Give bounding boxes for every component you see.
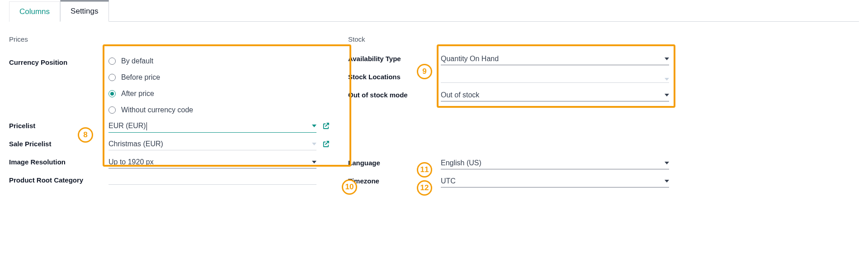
external-link-icon[interactable] — [322, 122, 330, 130]
right-column: 9 11 12 Stock Availability Type Quantity… — [348, 35, 669, 192]
chevron-down-icon — [665, 162, 669, 164]
section-stock: Stock — [348, 35, 669, 43]
pricelist-select[interactable]: EUR (EUR) — [108, 119, 316, 133]
tabs: Columns Settings — [9, 0, 859, 22]
timezone-value: UTC — [441, 177, 661, 185]
chevron-down-icon — [312, 161, 316, 163]
annotation-11: 11 — [417, 162, 432, 178]
chevron-down-icon — [312, 143, 316, 145]
radio-by-default[interactable]: By default — [108, 53, 330, 69]
language-value: English (US) — [441, 159, 661, 167]
chevron-down-icon — [312, 125, 316, 127]
out-of-stock-select[interactable]: Out of stock — [441, 88, 669, 101]
annotation-9: 9 — [417, 64, 432, 79]
label-currency-position: Currency Position — [9, 55, 102, 66]
section-prices: Prices — [9, 35, 330, 43]
language-select[interactable]: English (US) — [441, 156, 669, 169]
out-of-stock-value: Out of stock — [441, 91, 661, 99]
radio-icon — [108, 106, 116, 114]
chevron-down-icon — [665, 94, 669, 96]
spacer — [348, 106, 669, 155]
label-image-resolution: Image Resolution — [9, 154, 102, 166]
image-resolution-value: Up to 1920 px — [108, 158, 308, 166]
chevron-down-icon — [665, 58, 669, 60]
stock-locations-select[interactable] — [441, 75, 669, 83]
chevron-down-icon — [665, 78, 669, 81]
label-availability-type: Availability Type — [348, 51, 441, 62]
availability-type-select[interactable]: Quantity On Hand — [441, 52, 669, 65]
tab-columns[interactable]: Columns — [9, 1, 60, 22]
tab-settings[interactable]: Settings — [60, 0, 108, 22]
external-link-icon[interactable] — [322, 140, 330, 148]
label-out-of-stock: Out of stock mode — [348, 87, 441, 99]
radio-icon — [108, 58, 116, 65]
radio-before-price[interactable]: Before price — [108, 69, 330, 86]
radio-label: Before price — [121, 73, 160, 82]
radio-label: By default — [121, 57, 153, 65]
currency-position-group: By default Before price After price With… — [102, 51, 330, 118]
annotation-8: 8 — [78, 127, 93, 143]
label-product-root-category: Product Root Category — [9, 173, 102, 184]
radio-without-code[interactable]: Without currency code — [108, 102, 330, 118]
image-resolution-select[interactable]: Up to 1920 px — [108, 155, 316, 168]
radio-label: Without currency code — [121, 106, 193, 114]
annotation-12: 12 — [417, 180, 432, 196]
sale-pricelist-value: Christmas (EUR) — [108, 140, 308, 148]
product-root-category-select[interactable] — [108, 180, 316, 185]
radio-icon — [108, 90, 116, 97]
radio-after-price[interactable]: After price — [108, 86, 330, 102]
chevron-down-icon — [665, 180, 669, 183]
pricelist-value: EUR (EUR) — [108, 122, 308, 130]
right-gutter — [687, 35, 859, 192]
timezone-select[interactable]: UTC — [441, 174, 669, 187]
availability-type-value: Quantity On Hand — [441, 55, 661, 63]
text-cursor-icon — [146, 122, 147, 130]
radio-icon — [108, 74, 116, 81]
radio-label: After price — [121, 90, 154, 98]
left-column: 8 10 Prices Currency Position By default… — [9, 35, 330, 192]
sale-pricelist-select[interactable]: Christmas (EUR) — [108, 137, 316, 150]
annotation-10: 10 — [342, 179, 357, 195]
